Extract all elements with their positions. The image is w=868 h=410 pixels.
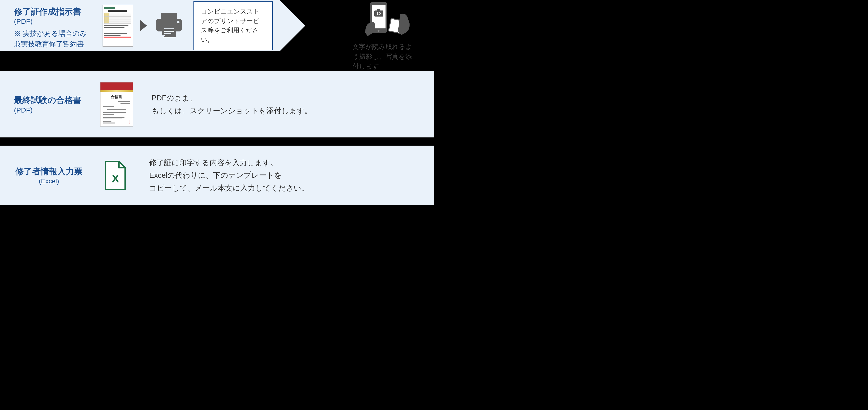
title-sub-1: ※ 実技がある場合のみ 兼実技教育修了誓約書 — [14, 28, 98, 49]
svg-rect-5 — [164, 33, 171, 34]
title-format-3: (Excel) — [5, 178, 93, 185]
print-service-infobox: コンビニエンスストアのプリントサービス等をご利用ください。 — [193, 1, 273, 50]
svg-point-2 — [177, 21, 180, 23]
arrow-right-icon — [140, 20, 147, 31]
title-main-2: 最終試験の合格書 — [14, 95, 81, 105]
row-instruction-pdf: 修了証作成指示書(PDF) ※ 実技がある場合のみ 兼実技教育修了誓約書 — [0, 0, 434, 51]
title-block-2: 最終試験の合格書(PDF) — [0, 94, 98, 114]
document-thumbnail-certificate: 合格書 — [100, 82, 133, 126]
title-main-1: 修了証作成指示書 — [14, 7, 81, 16]
cert-title: 合格書 — [100, 95, 133, 99]
row3-description: 修了証に印字する内容を入力します。 Excelの代わりに、下のテンプレートを コ… — [149, 156, 309, 194]
camera-instruction-text: 文字が読み取れるよう撮影し、写真を添付します。 — [352, 42, 418, 71]
row2-description: PDFのまま、 もしくは、スクリーンショットを添付します。 — [152, 92, 312, 117]
svg-rect-10 — [377, 9, 380, 11]
row-info-excel: 修了者情報入力票 (Excel) X 修了証に印字する内容を入力します。 Exc… — [0, 146, 434, 205]
title-main-3: 修了者情報入力票 — [5, 166, 93, 177]
row1-title: 修了証作成指示書(PDF) — [14, 6, 98, 25]
title-format-2: (PDF) — [14, 106, 33, 114]
svg-point-12 — [378, 12, 380, 15]
title-format-1: (PDF) — [14, 18, 33, 25]
camera-hands-icon — [364, 0, 411, 40]
excel-file-icon: X — [104, 160, 127, 191]
title-block-3: 修了者情報入力票 (Excel) — [0, 166, 93, 185]
row-certificate-pdf: 最終試験の合格書(PDF) 合格書 PDFのまま、 もしくは、スクリーンショット… — [0, 71, 434, 137]
title-block-1: 修了証作成指示書(PDF) ※ 実技がある場合のみ 兼実技教育修了誓約書 — [0, 0, 98, 49]
document-thumbnail-instruction — [102, 5, 133, 46]
printer-icon — [154, 12, 184, 40]
svg-text:X: X — [112, 172, 119, 185]
svg-rect-4 — [164, 31, 174, 32]
svg-point-8 — [378, 30, 379, 32]
camera-block: 文字が読み取れるよう撮影し、写真を添付します。 — [352, 0, 422, 71]
svg-rect-3 — [164, 28, 174, 29]
